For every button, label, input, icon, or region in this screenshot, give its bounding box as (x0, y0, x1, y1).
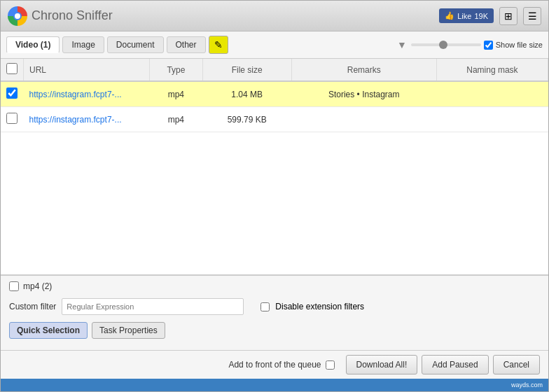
grid-view-button[interactable]: ⊞ (499, 7, 517, 25)
row-remarks-1 (291, 107, 436, 132)
row-filesize-0: 1.04 MB (202, 81, 291, 107)
cancel-label: Cancel (503, 360, 529, 370)
cancel-button[interactable]: Cancel (493, 355, 540, 374)
footer-actions: Download All! Add Paused Cancel (346, 355, 540, 374)
files-table: URL Type File size Remarks Naming mask (1, 59, 548, 132)
fb-like-count: 19K (474, 12, 488, 20)
row-remarks-0: Stories • Instagram (291, 81, 436, 107)
footer: Add to front of the queue Download All! … (1, 350, 548, 379)
row-checkbox-0[interactable] (6, 88, 18, 99)
task-properties-button[interactable]: Task Properties (92, 322, 165, 339)
add-front-checkbox[interactable] (326, 360, 335, 370)
show-file-size-label: Show file size (496, 41, 543, 49)
type-filter-row: mp4 (2) (9, 281, 540, 291)
custom-filter-row: Custom filter Disable extension filters (9, 298, 540, 315)
type-filter-checkbox[interactable] (9, 281, 19, 291)
title-left: Chrono Sniffer (8, 6, 113, 26)
custom-filter-input[interactable] (62, 298, 244, 315)
row-url-0[interactable]: https://instagram.fcpt7-... (24, 81, 150, 107)
title-bar: Chrono Sniffer 👍 Like 19K ⊞ ☰ (1, 1, 548, 31)
grid-icon: ⊞ (504, 10, 513, 22)
task-properties-label: Task Properties (99, 326, 158, 335)
table-body: https://instagram.fcpt7-...mp41.04 MBSto… (1, 81, 548, 132)
row-checkbox-1[interactable] (6, 113, 18, 124)
chrome-logo-inner (13, 12, 22, 20)
row-url-1[interactable]: https://instagram.fcpt7-... (24, 107, 150, 132)
pencil-button[interactable]: ✎ (209, 36, 228, 54)
download-all-label: Download All! (356, 360, 408, 370)
row-naming-mask-1 (436, 107, 548, 132)
show-file-size-container: Show file size (484, 41, 543, 50)
tab-other[interactable]: Other (167, 36, 206, 53)
add-paused-label: Add Paused (432, 360, 478, 370)
list-icon: ☰ (528, 10, 537, 22)
download-all-button[interactable]: Download All! (346, 355, 418, 374)
list-view-button[interactable]: ☰ (523, 7, 541, 25)
filter-slider: ▼ (397, 39, 481, 50)
add-paused-button[interactable]: Add Paused (422, 355, 488, 374)
tab-document[interactable]: Document (107, 36, 164, 53)
tab-other-label: Other (176, 40, 197, 50)
tab-document-label: Document (116, 40, 155, 50)
disable-ext-checkbox[interactable] (260, 302, 270, 312)
add-front-label: Add to front of the queue (228, 360, 321, 370)
fb-like-label: Like (457, 12, 471, 20)
filter-slider-track[interactable] (411, 43, 481, 46)
row-type-1: mp4 (150, 107, 203, 132)
disable-ext-label: Disable extension filters (275, 302, 364, 312)
select-all-checkbox[interactable] (6, 63, 18, 74)
tab-video-label: Video (1) (15, 40, 50, 50)
files-table-container: URL Type File size Remarks Naming mask (1, 59, 548, 275)
custom-filter-label: Custom filter (9, 302, 56, 312)
quick-selection-button[interactable]: Quick Selection (9, 322, 88, 339)
fb-like-button[interactable]: 👍 Like 19K (439, 8, 494, 23)
title-chrono: Chrono (32, 8, 73, 22)
row-checkbox-cell-0 (1, 81, 24, 107)
row-checkbox-cell-1 (1, 107, 24, 132)
row-type-0: mp4 (150, 81, 203, 107)
chrome-logo-icon (8, 6, 27, 26)
tabs-row: Video (1) Image Document Other ✎ ▼ Show … (1, 31, 548, 59)
row-filesize-1: 599.79 KB (202, 107, 291, 132)
quick-selection-row: Quick Selection Task Properties (9, 322, 540, 339)
header-naming-mask: Naming mask (436, 59, 548, 81)
header-filesize: File size (202, 59, 291, 81)
title-sniffer: Sniffer (76, 8, 113, 22)
bottom-bar-text: wayds.com (511, 382, 543, 388)
header-remarks: Remarks (291, 59, 436, 81)
header-checkbox-col (1, 59, 24, 81)
bottom-bar: wayds.com (1, 379, 548, 391)
funnel-icon: ▼ (397, 39, 407, 50)
tab-image[interactable]: Image (62, 36, 104, 53)
fb-thumb-icon: 👍 (445, 11, 454, 20)
table-row: https://instagram.fcpt7-...mp41.04 MBSto… (1, 81, 548, 107)
quick-selection-label: Quick Selection (17, 326, 80, 335)
show-file-size-checkbox[interactable] (484, 41, 493, 50)
table-row: https://instagram.fcpt7-...mp4599.79 KB (1, 107, 548, 132)
header-type: Type (150, 59, 203, 81)
disable-ext-block: Disable extension filters (260, 302, 364, 312)
filter-slider-thumb[interactable] (439, 41, 447, 49)
pencil-icon: ✎ (214, 39, 223, 50)
add-to-front-row: Add to front of the queue (9, 360, 335, 370)
title-right: 👍 Like 19K ⊞ ☰ (439, 7, 541, 25)
main-window: Chrono Sniffer 👍 Like 19K ⊞ ☰ Video (1) … (0, 0, 549, 392)
header-url: URL (24, 59, 150, 81)
app-title: Chrono Sniffer (32, 8, 113, 23)
table-header: URL Type File size Remarks Naming mask (1, 59, 548, 81)
row-naming-mask-0 (436, 81, 548, 107)
tab-video[interactable]: Video (1) (6, 36, 60, 53)
type-filter-label: mp4 (2) (23, 281, 52, 291)
bottom-panel: mp4 (2) Custom filter Disable extension … (1, 275, 548, 350)
tab-image-label: Image (71, 40, 95, 50)
